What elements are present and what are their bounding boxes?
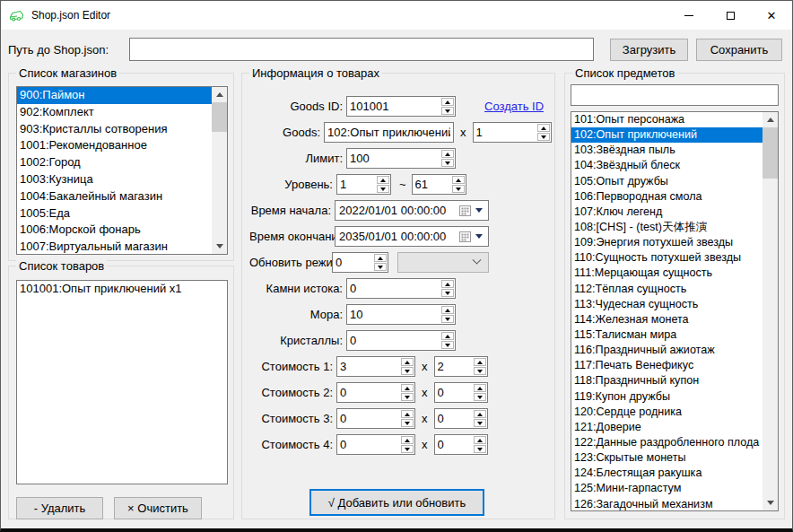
spin-up-icon[interactable] bbox=[374, 254, 387, 262]
spin-up-icon[interactable] bbox=[441, 280, 454, 288]
spin-down-icon[interactable] bbox=[452, 185, 465, 193]
primogems-spinner[interactable] bbox=[346, 278, 456, 299]
spin-up-icon[interactable] bbox=[474, 384, 486, 392]
add-or-update-button[interactable]: √ Добавить или обновить bbox=[309, 489, 484, 516]
spin-down-icon[interactable] bbox=[474, 445, 486, 453]
item-list-item[interactable]: 123:Скрытые монеты bbox=[571, 450, 762, 466]
scroll-up-icon[interactable] bbox=[212, 87, 227, 102]
spin-up-icon[interactable] bbox=[441, 306, 454, 314]
spin-up-icon[interactable] bbox=[401, 410, 414, 418]
item-list-item[interactable]: 104:Звёздный блеск bbox=[571, 158, 762, 173]
shop-list-item[interactable]: 1005:Еда bbox=[17, 205, 212, 222]
shop-list-item[interactable]: 1002:Город bbox=[17, 154, 212, 171]
spin-up-icon[interactable] bbox=[537, 124, 550, 132]
shop-list-item[interactable]: 900:Паймон bbox=[17, 87, 212, 104]
refresh-mode-spinner[interactable] bbox=[332, 252, 388, 273]
mora-input[interactable] bbox=[347, 305, 440, 324]
item-list-item[interactable]: 116:Праздничный ажиотаж bbox=[571, 343, 762, 358]
cost-value-input[interactable] bbox=[337, 435, 400, 454]
spin-down-icon[interactable] bbox=[441, 289, 454, 297]
spin-up-icon[interactable] bbox=[452, 176, 465, 184]
cost-value-spinner[interactable] bbox=[336, 408, 415, 429]
item-list-item[interactable]: 103:Звёздная пыль bbox=[571, 143, 762, 158]
spin-up-icon[interactable] bbox=[441, 98, 454, 106]
shop-list-item[interactable]: 1001:Рекомендованное bbox=[17, 137, 212, 154]
item-list-item[interactable]: 107:Ключ легенд bbox=[571, 205, 762, 220]
item-list-item[interactable]: 109:Энергия потухшей звезды bbox=[571, 235, 762, 250]
load-button[interactable]: Загрузить bbox=[610, 39, 688, 61]
spin-down-icon[interactable] bbox=[441, 159, 454, 167]
goods-id-spinner[interactable] bbox=[346, 96, 456, 117]
limit-input[interactable] bbox=[347, 149, 440, 168]
item-list-item[interactable]: 122:Данные раздробленного плода bbox=[571, 435, 762, 450]
level-min-spinner[interactable] bbox=[336, 174, 391, 195]
item-list-item[interactable]: 117:Печать Венефикус bbox=[571, 358, 762, 373]
scroll-up-icon[interactable] bbox=[762, 112, 778, 127]
goods-count-input[interactable] bbox=[474, 123, 536, 142]
time-end-picker[interactable]: 2035/01/01 00:00:00 bbox=[335, 226, 489, 247]
maximize-button[interactable] bbox=[710, 1, 751, 30]
spin-down-icon[interactable] bbox=[474, 419, 486, 427]
cost-value-input[interactable] bbox=[337, 357, 400, 376]
spin-up-icon[interactable] bbox=[441, 332, 454, 340]
cost-value-input[interactable] bbox=[337, 383, 400, 402]
shop-list-item[interactable]: 1004:Бакалейный магазин bbox=[17, 188, 212, 205]
crystals-spinner[interactable] bbox=[346, 330, 456, 351]
cost-count-spinner[interactable] bbox=[434, 356, 488, 377]
cost-count-spinner[interactable] bbox=[434, 434, 488, 455]
cost-count-spinner[interactable] bbox=[434, 382, 488, 403]
spin-down-icon[interactable] bbox=[377, 185, 389, 193]
level-min-input[interactable] bbox=[337, 175, 376, 194]
cost-count-input[interactable] bbox=[435, 383, 473, 402]
spin-up-icon[interactable] bbox=[401, 436, 414, 444]
delete-button[interactable]: - Удалить bbox=[16, 497, 103, 519]
goods-count-spinner[interactable] bbox=[473, 122, 552, 143]
goods-list[interactable]: 101001:Опыт приключений x1 bbox=[16, 280, 228, 484]
spin-down-icon[interactable] bbox=[441, 315, 454, 323]
spin-down-icon[interactable] bbox=[537, 133, 550, 141]
scroll-thumb[interactable] bbox=[762, 127, 778, 179]
item-list-item[interactable]: 120:Сердце родника bbox=[571, 405, 762, 420]
spin-down-icon[interactable] bbox=[401, 367, 414, 375]
scroll-down-icon[interactable] bbox=[762, 495, 778, 510]
cost-value-input[interactable] bbox=[337, 409, 400, 428]
item-list-item[interactable]: 110:Сущность потухшей звезды bbox=[571, 250, 762, 266]
shop-list[interactable]: 900:Паймон902:Комплект903:Кристаллы сотв… bbox=[16, 86, 228, 255]
cost-value-spinner[interactable] bbox=[336, 356, 415, 377]
goods-input[interactable] bbox=[324, 122, 454, 143]
spin-up-icon[interactable] bbox=[474, 410, 486, 418]
spin-down-icon[interactable] bbox=[474, 367, 486, 375]
item-list-item[interactable]: 121:Доверие bbox=[571, 420, 762, 435]
item-list[interactable]: 101:Опыт персонажа102:Опыт приключений10… bbox=[571, 111, 779, 511]
date-dropdown-icon[interactable] bbox=[475, 208, 483, 213]
item-list-item[interactable]: 105:Опыт дружбы bbox=[571, 174, 762, 189]
item-list-item[interactable]: 124:Блестящая ракушка bbox=[571, 466, 762, 481]
spin-down-icon[interactable] bbox=[374, 263, 387, 271]
spin-up-icon[interactable] bbox=[474, 358, 486, 366]
spin-down-icon[interactable] bbox=[441, 341, 454, 349]
item-search-input[interactable] bbox=[571, 84, 779, 106]
shop-list-scrollbar[interactable] bbox=[212, 87, 227, 254]
item-list-scrollbar[interactable] bbox=[762, 112, 778, 510]
date-dropdown-icon[interactable] bbox=[475, 234, 483, 239]
item-list-item[interactable]: 111:Мерцающая сущность bbox=[571, 266, 762, 281]
save-button[interactable]: Сохранить bbox=[696, 39, 782, 61]
item-list-item[interactable]: 118:Праздничный купон bbox=[571, 373, 762, 388]
minimize-button[interactable] bbox=[668, 1, 710, 30]
shop-list-item[interactable]: 1003:Кузница bbox=[17, 171, 212, 188]
spin-up-icon[interactable] bbox=[401, 358, 414, 366]
spin-down-icon[interactable] bbox=[401, 445, 414, 453]
refresh-mode-input[interactable] bbox=[333, 253, 373, 272]
refresh-mode-combo[interactable] bbox=[397, 252, 489, 273]
cost-count-input[interactable] bbox=[435, 357, 473, 376]
item-list-item[interactable]: 113:Чудесная сущность bbox=[571, 297, 762, 312]
shop-list-item[interactable]: 1006:Морской фонарь bbox=[17, 222, 212, 239]
primogems-input[interactable] bbox=[347, 279, 440, 298]
level-max-spinner[interactable] bbox=[412, 174, 466, 195]
shop-list-item[interactable]: 903:Кристаллы сотворения bbox=[17, 121, 212, 138]
cost-count-spinner[interactable] bbox=[434, 408, 488, 429]
item-list-item[interactable]: 106:Первородная смола bbox=[571, 189, 762, 205]
item-list-item[interactable]: 102:Опыт приключений bbox=[571, 127, 762, 143]
shop-list-item[interactable]: 1007:Виртуальный магазин bbox=[17, 239, 212, 255]
level-max-input[interactable] bbox=[413, 175, 451, 194]
